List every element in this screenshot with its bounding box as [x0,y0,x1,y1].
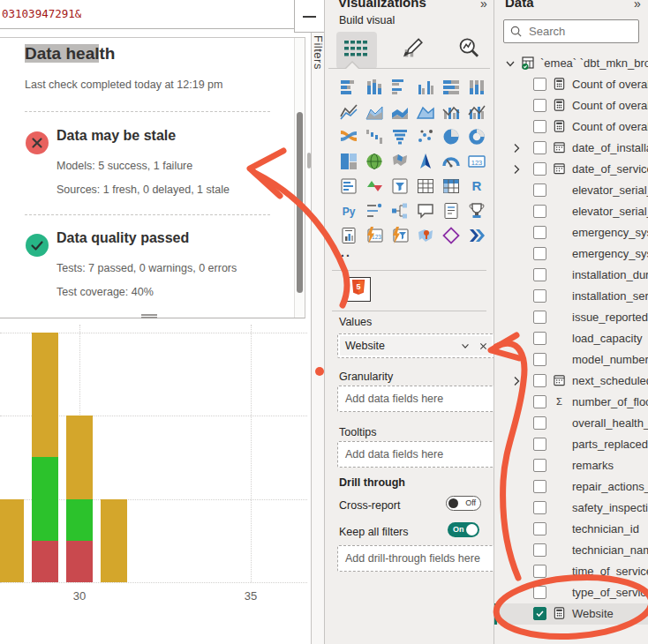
funnel-chart-icon[interactable] [389,126,411,147]
field-row[interactable]: overall_health_c. [494,413,648,434]
field-row[interactable]: emergency_syst. [494,222,648,243]
collapse-pane-icon[interactable]: » [634,0,641,11]
chevron-right-icon[interactable] [509,374,524,388]
field-row[interactable]: load_capacity [494,328,648,349]
field-checkbox[interactable] [533,353,546,366]
paginated-report-icon[interactable] [338,225,359,246]
field-row[interactable]: type_of_service [494,582,648,603]
filled-map-icon[interactable] [389,151,411,172]
field-row[interactable]: emergency_syst. [494,243,648,265]
power-automate-icon[interactable] [466,225,487,246]
smart-narrative-icon[interactable] [441,200,462,221]
field-checkbox[interactable] [533,183,546,197]
stacked-area-chart-icon[interactable] [389,101,411,123]
field-row[interactable]: time_of_service [494,561,648,582]
html5-custom-visual[interactable]: 5 [346,277,371,302]
ribbon-chart-icon[interactable] [338,126,359,147]
area-chart-icon[interactable] [364,101,385,123]
field-checkbox[interactable] [533,586,546,599]
search-box[interactable] [503,19,639,43]
waterfall-chart-icon[interactable] [364,126,385,147]
field-checkbox[interactable] [533,522,546,535]
field-row[interactable]: safety_inspectio. [494,498,648,519]
kpi-icon[interactable] [364,176,385,197]
data-health-visual[interactable]: Data health Last check completed today a… [0,37,305,318]
card-icon[interactable]: 123 [466,151,487,172]
treemap-icon[interactable] [338,151,359,172]
power-apps-icon[interactable] [441,225,462,246]
lightning-slicer-visual-icon[interactable] [389,225,411,246]
field-row[interactable]: Count of overal.. [494,74,648,95]
field-checkbox[interactable] [533,141,546,154]
field-row[interactable]: date_of_service [494,159,648,180]
map-icon[interactable] [364,151,385,172]
bar-segment-series-yellow[interactable] [32,333,58,458]
url-text[interactable]: 03103947291& [2,7,81,20]
lightning-card-visual-icon[interactable]: 123 [364,225,385,246]
chevron-down-icon[interactable] [456,336,474,356]
field-row[interactable]: issue_reported [494,307,648,328]
line-stacked-column-chart-icon[interactable] [441,101,462,123]
field-checkbox[interactable] [533,311,546,324]
bar-segment-series-yellow[interactable] [101,499,127,583]
field-checkbox[interactable] [533,120,546,133]
field-checkbox[interactable] [533,501,546,514]
field-pill-website[interactable]: Website [340,336,492,356]
collapse-pane-icon[interactable]: » [480,0,487,11]
matrix-icon[interactable] [441,176,462,197]
bar-segment-series-green[interactable] [66,499,93,541]
field-row[interactable]: Count of overal.. [494,116,648,138]
drill-through-well[interactable]: Add drill-through fields here [337,545,494,572]
visual-resize-handle[interactable] [141,314,157,318]
cross-report-toggle[interactable]: Off [446,496,481,511]
field-checkbox[interactable] [533,205,546,218]
stacked-bar-chart-icon[interactable] [338,77,359,98]
bar-segment-series-yellow[interactable] [0,499,24,583]
field-row[interactable]: installation_serv. [494,286,648,307]
values-well[interactable]: Website [337,333,494,358]
gauge-icon[interactable] [441,151,462,172]
granularity-well[interactable]: Add data fields here [337,386,494,412]
field-row[interactable]: repair_actions_t. [494,476,648,498]
field-checkbox[interactable] [533,565,546,578]
get-more-visuals[interactable]: .. [341,245,351,259]
field-checkbox[interactable] [533,99,546,112]
donut-chart-icon[interactable] [466,126,487,147]
stacked-column-chart-icon[interactable] [364,77,385,98]
field-checkbox[interactable] [533,226,546,239]
solid-area-chart-icon[interactable] [415,101,436,123]
keep-all-filters-toggle[interactable]: On [448,522,479,537]
field-checkbox[interactable] [533,480,546,493]
field-checkbox[interactable] [533,416,546,430]
r-script-visual-icon[interactable]: R [466,176,487,197]
remove-field-icon[interactable] [474,336,492,356]
field-row[interactable]: `emea` `dbt_mkn_bron.. [494,53,648,74]
bar-segment-series-red[interactable] [66,541,93,582]
qa-visual-icon[interactable] [415,200,436,221]
scatter-chart-icon[interactable] [415,126,436,147]
chevron-down-icon[interactable] [503,56,517,71]
field-checkbox[interactable] [533,607,546,620]
field-checkbox[interactable] [533,438,546,451]
bar-segment-series-red[interactable] [32,541,58,582]
chevron-right-icon[interactable] [509,162,524,176]
field-checkbox[interactable] [533,395,546,408]
tooltips-well[interactable]: Add data fields here [337,441,494,468]
hundred-stacked-column-chart-icon[interactable] [466,77,487,98]
azure-map-icon[interactable] [415,151,436,172]
bar-segment-series-yellow[interactable] [66,416,93,499]
field-row[interactable]: remarks [494,455,648,476]
field-checkbox[interactable] [533,459,546,472]
line-clustered-column-chart-icon[interactable] [466,101,487,123]
python-visual-icon[interactable]: Py [338,200,359,221]
field-row[interactable]: Website [494,603,648,625]
field-row[interactable]: date_of_installa.. [494,138,648,159]
clustered-bar-chart-icon[interactable] [389,77,411,98]
decomposition-tree-icon[interactable] [389,200,411,221]
field-checkbox[interactable] [533,332,546,345]
table-icon[interactable] [415,176,436,197]
field-row[interactable]: elevator_serial_.. [494,180,648,201]
card-scrollbar-thumb[interactable] [297,112,303,293]
chevron-right-icon[interactable] [509,141,524,155]
field-checkbox[interactable] [533,268,546,281]
